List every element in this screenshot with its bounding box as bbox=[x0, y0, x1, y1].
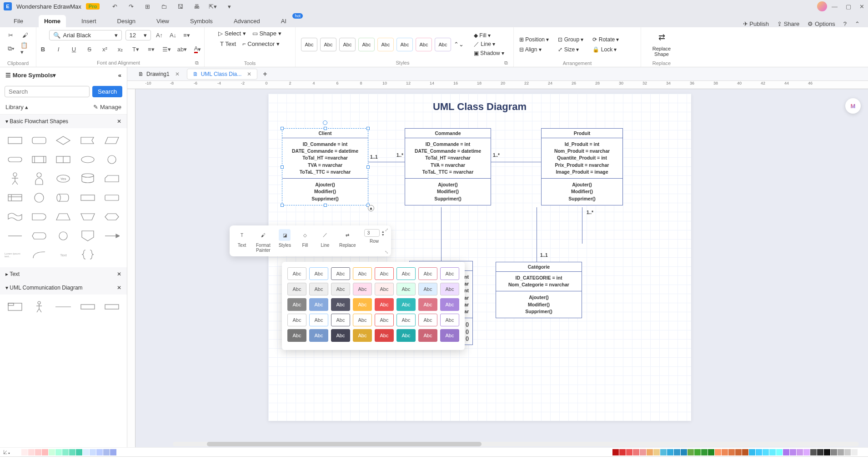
color-swatch[interactable] bbox=[722, 449, 728, 455]
close-icon[interactable]: ✕ bbox=[859, 3, 864, 10]
shape-display[interactable] bbox=[29, 228, 49, 244]
color-swatch[interactable] bbox=[667, 449, 673, 455]
style-preset[interactable]: Abc bbox=[339, 38, 356, 51]
maximize-icon[interactable]: ▢ bbox=[846, 3, 851, 10]
color-swatch[interactable] bbox=[790, 449, 796, 455]
color-swatch[interactable] bbox=[647, 449, 653, 455]
style-cell[interactable]: Abc bbox=[396, 267, 416, 280]
shape-wave[interactable] bbox=[5, 209, 25, 225]
shape-circle3[interactable] bbox=[53, 228, 74, 244]
style-cell[interactable]: Abc bbox=[375, 329, 394, 342]
menu-design[interactable]: Design bbox=[112, 15, 141, 27]
superscript-icon[interactable]: x² bbox=[100, 44, 110, 54]
style-cell[interactable]: Abc bbox=[331, 298, 350, 311]
shadow-dropdown[interactable]: ▣ Shadow ▾ bbox=[474, 50, 504, 56]
style-preset[interactable]: Abc bbox=[358, 38, 375, 51]
color-swatch[interactable] bbox=[55, 449, 62, 455]
color-swatch[interactable] bbox=[76, 449, 82, 455]
menu-file[interactable]: File bbox=[8, 15, 29, 27]
color-swatch[interactable] bbox=[851, 449, 858, 455]
style-cell[interactable]: Abc bbox=[287, 329, 306, 342]
shape-manual[interactable] bbox=[77, 209, 98, 225]
style-cell[interactable]: Abc bbox=[375, 298, 394, 311]
font-size-select[interactable]: 12 ▾ bbox=[125, 30, 151, 40]
lock-dropdown[interactable]: 🔒 Lock ▾ bbox=[592, 46, 619, 53]
shape-terminator[interactable] bbox=[5, 152, 25, 167]
color-strip-left[interactable] bbox=[15, 449, 116, 455]
color-swatch[interactable] bbox=[810, 449, 817, 455]
fb-row[interactable]: 3▲▼ Row bbox=[364, 229, 385, 253]
shape-rectangle[interactable] bbox=[5, 133, 25, 148]
undo-icon[interactable]: ↶ bbox=[110, 1, 120, 11]
h-scrollbar[interactable] bbox=[173, 442, 859, 446]
position-dropdown[interactable]: ⊞ Position ▾ bbox=[519, 36, 549, 43]
search-input[interactable] bbox=[5, 86, 90, 97]
shape-flag[interactable] bbox=[77, 133, 98, 148]
rotate-handle-icon[interactable] bbox=[323, 120, 327, 125]
color-swatch[interactable] bbox=[681, 449, 687, 455]
style-preset[interactable]: Abc bbox=[320, 38, 336, 51]
shape-arrow[interactable] bbox=[102, 228, 122, 244]
shape-yes[interactable]: Yes bbox=[53, 171, 74, 186]
style-cell[interactable]: Abc bbox=[418, 283, 437, 295]
style-cell[interactable]: Abc bbox=[396, 314, 416, 326]
fb-text[interactable]: TText bbox=[236, 229, 248, 253]
fb-expand-icon[interactable]: ⤢ bbox=[385, 227, 388, 232]
color-swatch[interactable] bbox=[62, 449, 69, 455]
font-name-select[interactable]: 🔍 Arial Black ▾ bbox=[49, 30, 122, 40]
shape-circle[interactable] bbox=[102, 152, 122, 167]
color-swatch[interactable] bbox=[749, 449, 755, 455]
publish-button[interactable]: ✈ Publish bbox=[743, 20, 769, 27]
style-cell[interactable]: Abc bbox=[396, 283, 416, 295]
style-cell[interactable]: Abc bbox=[418, 329, 437, 342]
tab-uml[interactable]: 🗎 UML Class Dia...✕ bbox=[187, 69, 258, 80]
style-cell[interactable]: Abc bbox=[353, 267, 372, 280]
align-dropdown[interactable]: ⊟ Align ▾ bbox=[519, 46, 549, 53]
style-cell[interactable]: Abc bbox=[309, 314, 328, 326]
menu-symbols[interactable]: Symbols bbox=[185, 15, 218, 27]
style-cell[interactable]: Abc bbox=[331, 283, 350, 295]
search-button[interactable]: Search bbox=[92, 86, 122, 97]
uml-shape-rect2[interactable] bbox=[102, 299, 122, 315]
fb-collapse-icon[interactable]: ⤡ bbox=[385, 250, 388, 255]
shape-brace[interactable] bbox=[77, 247, 98, 263]
style-cell[interactable]: Abc bbox=[353, 283, 372, 295]
shape-parallelogram[interactable] bbox=[102, 133, 122, 148]
shape-diamond[interactable] bbox=[53, 133, 74, 148]
help-icon[interactable]: ? bbox=[843, 20, 847, 27]
uml-class-categorie[interactable]: Catégorie ID_CATEGORIE = intNom_Categori… bbox=[496, 262, 582, 318]
uml-class-produit[interactable]: Produit Id_Produit = intNom_Produit = nv… bbox=[541, 128, 623, 205]
style-preset[interactable]: Abc bbox=[416, 38, 432, 51]
color-swatch[interactable] bbox=[626, 449, 632, 455]
style-cell[interactable]: Abc bbox=[287, 267, 306, 280]
color-swatch[interactable] bbox=[42, 449, 48, 455]
color-swatch[interactable] bbox=[69, 449, 75, 455]
color-swatch[interactable] bbox=[701, 449, 707, 455]
fb-replace[interactable]: ⇄Replace bbox=[339, 229, 356, 253]
style-preset[interactable]: Abc bbox=[377, 38, 394, 51]
shape-rect3[interactable] bbox=[102, 190, 122, 205]
connector[interactable] bbox=[368, 162, 405, 162]
style-cell[interactable]: Abc bbox=[440, 283, 459, 295]
style-cell[interactable]: Abc bbox=[309, 267, 328, 280]
style-cell[interactable]: Abc bbox=[440, 314, 459, 326]
uml-shape-actor[interactable] bbox=[29, 299, 49, 315]
color-swatch[interactable] bbox=[763, 449, 769, 455]
color-swatch[interactable] bbox=[824, 449, 830, 455]
shape-hexagon[interactable] bbox=[102, 209, 122, 225]
style-cell[interactable]: Abc bbox=[287, 298, 306, 311]
shape-arc[interactable] bbox=[29, 247, 49, 263]
font-shrink-icon[interactable]: A↓ bbox=[168, 30, 178, 40]
menu-advanced[interactable]: Advanced bbox=[228, 15, 266, 27]
menu-view[interactable]: View bbox=[151, 15, 175, 27]
style-cell[interactable]: Abc bbox=[418, 298, 437, 311]
shape-actor2[interactable] bbox=[29, 171, 49, 186]
qat-more-icon[interactable]: ▾ bbox=[224, 1, 234, 11]
connector[interactable] bbox=[491, 162, 541, 162]
close-text-section-icon[interactable]: ✕ bbox=[117, 271, 121, 277]
style-cell[interactable]: Abc bbox=[287, 314, 306, 326]
redo-icon[interactable]: ↷ bbox=[126, 1, 136, 11]
save-icon[interactable]: 🖫 bbox=[175, 1, 185, 11]
connector-tool[interactable]: ⌐ Connector ▾ bbox=[242, 40, 280, 47]
style-preset[interactable]: Abc bbox=[396, 38, 413, 51]
